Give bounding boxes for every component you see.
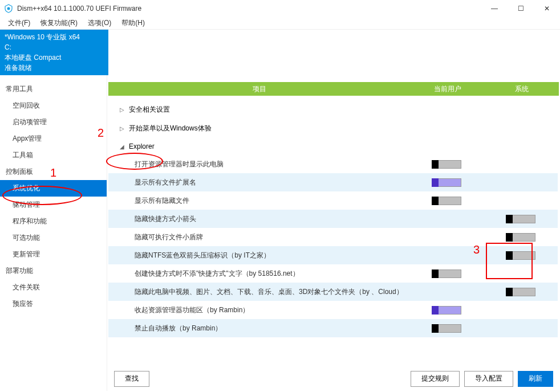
- setting-label: 显示所有隐藏文件: [135, 196, 409, 206]
- menu-options[interactable]: 选项(O): [83, 17, 116, 29]
- toggle-user[interactable]: [432, 178, 461, 187]
- setting-row: 隐藏可执行文件小盾牌: [108, 228, 558, 246]
- setting-row: 隐藏快捷方式小箭头: [108, 210, 558, 228]
- toggle-user[interactable]: [432, 306, 461, 315]
- setting-row: 显示所有文件扩展名: [108, 173, 558, 191]
- system-toggle-cell: [484, 215, 558, 223]
- maximize-button[interactable]: ☐: [508, 0, 534, 17]
- sidebar-item-startup[interactable]: 启动项管理: [0, 114, 107, 130]
- sidebar-item-updates[interactable]: 更新管理: [0, 246, 107, 263]
- os-name: *Windows 10 专业版 x64: [5, 32, 108, 42]
- user-toggle-cell: [409, 160, 484, 169]
- setting-label: 隐藏可执行文件小盾牌: [135, 232, 409, 242]
- toggle-system[interactable]: [506, 251, 535, 260]
- menu-bar: 文件(F) 恢复功能(R) 选项(O) 帮助(H): [0, 17, 560, 30]
- toggle-system[interactable]: [506, 233, 535, 242]
- header-item: 项目: [108, 84, 411, 94]
- sidebar-cat-tools: 常用工具: [0, 81, 107, 97]
- sidebar-item-fileassoc[interactable]: 文件关联: [0, 279, 107, 296]
- toggle-user[interactable]: [432, 160, 461, 169]
- setting-label: 隐藏此电脑中视频、图片、文档、下载、音乐、桌面、3D对象七个文件夹（by 、Cl…: [135, 287, 409, 297]
- setting-row: 创建快捷方式时不添"快捷方式"文字（by 518516.net）: [108, 264, 558, 283]
- group-label: Explorer: [129, 142, 155, 150]
- close-button[interactable]: ✕: [534, 0, 560, 17]
- group-explorer[interactable]: ◢ Explorer: [108, 138, 558, 155]
- group-label: 安全相关设置: [129, 105, 170, 115]
- setting-label: 显示所有文件扩展名: [135, 178, 409, 187]
- bottom-toolbar: 查找 提交规则 导入配置 刷新: [108, 366, 559, 391]
- disk-type: 本地硬盘 Compact: [5, 52, 108, 63]
- header-system: 系统: [485, 84, 559, 94]
- user-toggle-cell: [409, 306, 484, 315]
- user-toggle-cell: [409, 197, 484, 205]
- drive-letter: C:: [5, 42, 108, 52]
- title-bar: Dism++x64 10.1.1000.70 UEFI Firmware — ☐…: [0, 0, 560, 17]
- sidebar: 常用工具 空间回收 启动项管理 Appx管理 工具箱 控制面板 系统优化 驱动管…: [0, 75, 107, 391]
- chevron-right-icon: ▷: [120, 107, 125, 113]
- system-info-banner[interactable]: *Windows 10 专业版 x64 C: 本地硬盘 Compact 准备就绪: [0, 30, 108, 75]
- user-toggle-cell: [409, 270, 484, 278]
- setting-row: 打开资源管理器时显示此电脑: [108, 155, 558, 173]
- column-headers: 项目 当前用户 系统: [108, 82, 559, 96]
- menu-file[interactable]: 文件(F): [3, 17, 35, 29]
- sidebar-item-unattend[interactable]: 预应答: [0, 296, 107, 312]
- setting-label: 禁止自动播放（by Rambin）: [135, 324, 409, 333]
- minimize-button[interactable]: —: [481, 0, 508, 17]
- toggle-system[interactable]: [506, 288, 535, 296]
- chevron-down-icon: ◢: [120, 144, 125, 150]
- sidebar-item-optional[interactable]: 可选功能: [0, 230, 107, 246]
- toggle-system[interactable]: [506, 215, 535, 223]
- status-text: 准备就绪: [5, 63, 108, 73]
- refresh-button[interactable]: 刷新: [518, 371, 553, 387]
- svg-point-0: [7, 7, 10, 10]
- sidebar-item-cleanup[interactable]: 空间回收: [0, 97, 107, 114]
- toggle-user[interactable]: [432, 197, 461, 205]
- group-label: 开始菜单以及Windows体验: [129, 124, 212, 133]
- chevron-right-icon: ▷: [120, 125, 125, 132]
- sidebar-item-programs[interactable]: 程序和功能: [0, 213, 107, 230]
- content-area: 项目 当前用户 系统 ▷ 安全相关设置 ▷ 开始菜单以及Windows体验 ◢ …: [107, 75, 560, 391]
- group-startmenu[interactable]: ▷ 开始菜单以及Windows体验: [108, 119, 558, 138]
- sidebar-item-optimize[interactable]: 系统优化: [0, 180, 107, 197]
- sidebar-cat-deploy: 部署功能: [0, 263, 107, 279]
- setting-label: 收起资源管理器功能区（by Rambin）: [135, 305, 409, 315]
- window-title: Dism++x64 10.1.1000.70 UEFI Firmware: [17, 5, 141, 13]
- menu-recovery[interactable]: 恢复功能(R): [36, 17, 82, 29]
- system-toggle-cell: [484, 233, 558, 242]
- submit-rule-button[interactable]: 提交规则: [411, 371, 460, 387]
- toggle-user[interactable]: [432, 324, 461, 333]
- user-toggle-cell: [409, 324, 484, 333]
- setting-label: 创建快捷方式时不添"快捷方式"文字（by 518516.net）: [135, 269, 409, 279]
- setting-label: 隐藏NTFS蓝色双箭头压缩标识（by IT之家）: [135, 251, 409, 260]
- system-toggle-cell: [484, 251, 558, 260]
- setting-row: 禁止自动播放（by Rambin）: [108, 319, 558, 337]
- import-config-button[interactable]: 导入配置: [464, 371, 513, 387]
- sidebar-item-drivers[interactable]: 驱动管理: [0, 197, 107, 213]
- user-toggle-cell: [409, 178, 484, 187]
- settings-scroll[interactable]: ▷ 安全相关设置 ▷ 开始菜单以及Windows体验 ◢ Explorer 打开…: [108, 100, 559, 366]
- group-security[interactable]: ▷ 安全相关设置: [108, 100, 558, 119]
- toggle-user[interactable]: [432, 270, 461, 278]
- setting-row: 隐藏NTFS蓝色双箭头压缩标识（by IT之家）: [108, 246, 558, 264]
- setting-row: 隐藏此电脑中视频、图片、文档、下载、音乐、桌面、3D对象七个文件夹（by 、Cl…: [108, 283, 558, 301]
- app-icon: [3, 3, 14, 14]
- setting-row: 显示所有隐藏文件: [108, 191, 558, 210]
- sidebar-item-appx[interactable]: Appx管理: [0, 130, 107, 147]
- setting-label: 隐藏快捷方式小箭头: [135, 214, 409, 224]
- menu-help[interactable]: 帮助(H): [117, 17, 149, 29]
- sidebar-cat-control: 控制面板: [0, 164, 107, 180]
- sidebar-item-toolbox[interactable]: 工具箱: [0, 147, 107, 164]
- setting-label: 打开资源管理器时显示此电脑: [135, 160, 409, 169]
- find-button[interactable]: 查找: [114, 371, 149, 387]
- system-toggle-cell: [484, 288, 558, 296]
- header-user: 当前用户: [411, 84, 485, 94]
- setting-row: 收起资源管理器功能区（by Rambin）: [108, 301, 558, 319]
